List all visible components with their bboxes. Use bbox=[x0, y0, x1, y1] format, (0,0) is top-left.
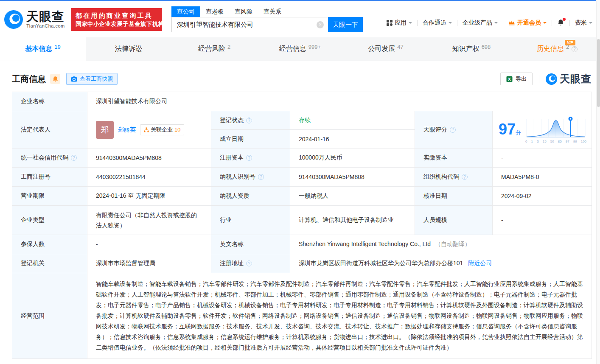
reg-capital-value-cell: 100000万人民币 bbox=[290, 148, 415, 168]
approve-date-value-cell: 2024-09-02 bbox=[493, 187, 592, 206]
taxpayer-quality-value: 一般纳税人 bbox=[299, 192, 328, 199]
help-icon[interactable]: ? bbox=[572, 46, 578, 52]
snapshot-button[interactable]: 查看工商快照 bbox=[66, 73, 118, 85]
reg-capital-label: 注册资本 bbox=[220, 154, 244, 162]
search-input[interactable] bbox=[172, 21, 328, 28]
paid-capital-label: 实缴资本 bbox=[423, 154, 447, 161]
help-icon[interactable]: ? bbox=[246, 118, 252, 123]
watermark-text: 天眼查 bbox=[560, 72, 592, 86]
nav-apps[interactable]: 应用 bbox=[387, 19, 412, 27]
nav-enterprise[interactable]: 企业级产品 bbox=[463, 19, 498, 27]
help-icon[interactable]: ? bbox=[258, 174, 264, 180]
tianyancha-eye-icon bbox=[4, 10, 23, 29]
taxpayer-id-value: 91440300MADA5PM808 bbox=[299, 174, 364, 180]
scrollbar[interactable] bbox=[596, 0, 600, 364]
top-nav: 应用 合作通道 企业级产品 开通会员 bbox=[387, 19, 592, 27]
tab-risk[interactable]: 经营风险 2 bbox=[171, 37, 257, 61]
legal-rep-label: 法定代表人 bbox=[21, 126, 50, 133]
org-code-label-cell: 组织机构代码? bbox=[415, 168, 493, 187]
help-icon[interactable]: ? bbox=[71, 155, 77, 161]
help-icon[interactable]: ? bbox=[246, 260, 252, 266]
score-axis: 013 155085 9799100 bbox=[525, 140, 586, 143]
insured-label: 参保人数 bbox=[21, 241, 45, 247]
help-icon[interactable]: ? bbox=[450, 127, 456, 133]
related-companies-badge[interactable]: 关联企业 10 bbox=[140, 124, 184, 135]
search-input-wrap: × bbox=[171, 17, 328, 32]
app-grid-icon bbox=[387, 20, 393, 26]
tab-development[interactable]: 公司发展 47 bbox=[343, 37, 429, 61]
credit-code-label: 统一社会信用代码 bbox=[21, 154, 68, 162]
export-button[interactable]: X 导出 bbox=[500, 73, 533, 85]
divider bbox=[417, 20, 418, 26]
reg-status-label-cell: 登记状态? bbox=[211, 111, 290, 130]
company-type-value: 有限责任公司（非自然人投资或控股的法人独资） bbox=[96, 212, 197, 229]
establish-date-label: 成立日期 bbox=[220, 135, 244, 142]
taxpayer-id-value-cell: 91440300MADA5PM808 bbox=[290, 168, 415, 187]
divider bbox=[457, 20, 457, 26]
english-name-label-cell: 英文名称 bbox=[211, 235, 290, 254]
site-header: 天眼查 TianYanCha.com 都在用的商业查询工具 国家中小企业发展子基… bbox=[0, 1, 600, 37]
search-button[interactable]: 天眼一下 bbox=[328, 17, 363, 32]
reg-status-label: 登记状态 bbox=[220, 117, 244, 124]
avatar[interactable]: 郑 bbox=[96, 121, 114, 139]
reg-capital-label-cell: 注册资本? bbox=[211, 148, 290, 168]
tab-history[interactable]: VIP 历史信息 2 ? bbox=[514, 37, 600, 61]
related-companies-count: 10 bbox=[174, 126, 180, 133]
credit-code-value: 91440300MADA5PM808 bbox=[96, 154, 162, 161]
divider bbox=[552, 20, 552, 26]
staff-size-label-cell: 人员规模 bbox=[415, 206, 493, 235]
nearby-companies-link[interactable]: 附近公司 bbox=[468, 260, 492, 266]
notification-dot bbox=[563, 18, 566, 21]
taxpayer-id-label: 纳税人识别号 bbox=[220, 173, 255, 181]
approve-date-label-cell: 核准日期 bbox=[415, 187, 493, 206]
company-name-label: 企业名称 bbox=[21, 98, 45, 104]
business-info-table: 企业名称 深圳引望智能技术有限公司 法定代表人 郑 郑丽英 关联企 bbox=[12, 92, 592, 359]
tab-development-label: 公司发展 bbox=[368, 45, 395, 53]
authority-value: 深圳市市场监督管理局 bbox=[96, 260, 155, 266]
search-tabs: 查公司 查老板 查风险 查关系 bbox=[171, 6, 363, 17]
staff-size-value-cell: - bbox=[493, 206, 592, 235]
svg-text:X: X bbox=[508, 77, 511, 81]
nav-vip[interactable]: 开通会员 bbox=[508, 19, 547, 27]
taxpayer-quality-label: 纳税人资质 bbox=[220, 192, 250, 199]
tab-basic-info[interactable]: 基本信息 19 bbox=[0, 37, 86, 61]
promo-line2: 国家中小企业发展子基金旗下机构 bbox=[76, 20, 158, 28]
company-type-value-cell: 有限责任公司（非自然人投资或控股的法人独资） bbox=[87, 206, 211, 235]
search-tab-boss[interactable]: 查老板 bbox=[200, 6, 229, 17]
company-name-label-cell: 企业名称 bbox=[12, 92, 87, 111]
legal-rep-link[interactable]: 郑丽英 bbox=[118, 126, 136, 134]
crown-icon bbox=[508, 20, 515, 25]
search-tab-company[interactable]: 查公司 bbox=[171, 6, 200, 17]
score-value: 97 bbox=[499, 120, 516, 138]
company-tabs: 基本信息 19 法律诉讼 经营风险 2 经营信息 999+ 公司发展 47 知识… bbox=[0, 37, 600, 61]
staff-size-label: 人员规模 bbox=[423, 216, 447, 223]
credit-code-value-cell: 91440300MADA5PM808 bbox=[87, 148, 211, 168]
reg-no-label: 工商注册号 bbox=[21, 173, 50, 180]
subscribe-bell-icon[interactable] bbox=[50, 74, 60, 84]
search-tab-relation[interactable]: 查关系 bbox=[258, 6, 287, 17]
scrollbar-thumb[interactable] bbox=[597, 39, 600, 107]
english-name-value: Shenzhen Yinwang Intelligent Technology … bbox=[299, 241, 431, 247]
tab-legal[interactable]: 法律诉讼 bbox=[86, 37, 171, 61]
tianyancha-logo[interactable]: 天眼查 TianYanCha.com bbox=[4, 10, 69, 29]
org-code-value: MADA5PM8-0 bbox=[501, 174, 539, 180]
search-tab-risk[interactable]: 查风险 bbox=[229, 6, 258, 17]
reg-status-value: 存续 bbox=[299, 117, 311, 123]
help-icon[interactable]: ? bbox=[246, 155, 252, 161]
tab-ip[interactable]: 知识产权 698 bbox=[429, 37, 514, 61]
help-icon[interactable]: ? bbox=[462, 174, 468, 180]
nav-user[interactable]: 费米 bbox=[575, 19, 592, 27]
address-value-cell: 深圳市龙岗区坂田街道万科城社区华为公司华为总部办公楼101 附近公司 bbox=[290, 254, 592, 273]
tab-history-label: 历史信息 bbox=[537, 45, 564, 53]
username: 费米 bbox=[575, 19, 587, 27]
tab-basic-info-label: 基本信息 bbox=[25, 45, 52, 53]
snapshot-button-label: 查看工商快照 bbox=[80, 75, 113, 83]
clear-icon[interactable]: × bbox=[317, 21, 324, 28]
reg-capital-value: 100000万人民币 bbox=[299, 154, 342, 161]
reg-no-value-cell: 440300221501844 bbox=[87, 168, 211, 187]
notification-bell-icon[interactable] bbox=[557, 19, 564, 26]
scope-label-cell: 经营范围 bbox=[12, 273, 87, 359]
tab-legal-label: 法律诉讼 bbox=[115, 45, 142, 53]
tab-operation[interactable]: 经营信息 999+ bbox=[257, 37, 343, 61]
nav-channel[interactable]: 合作通道 bbox=[423, 19, 452, 27]
